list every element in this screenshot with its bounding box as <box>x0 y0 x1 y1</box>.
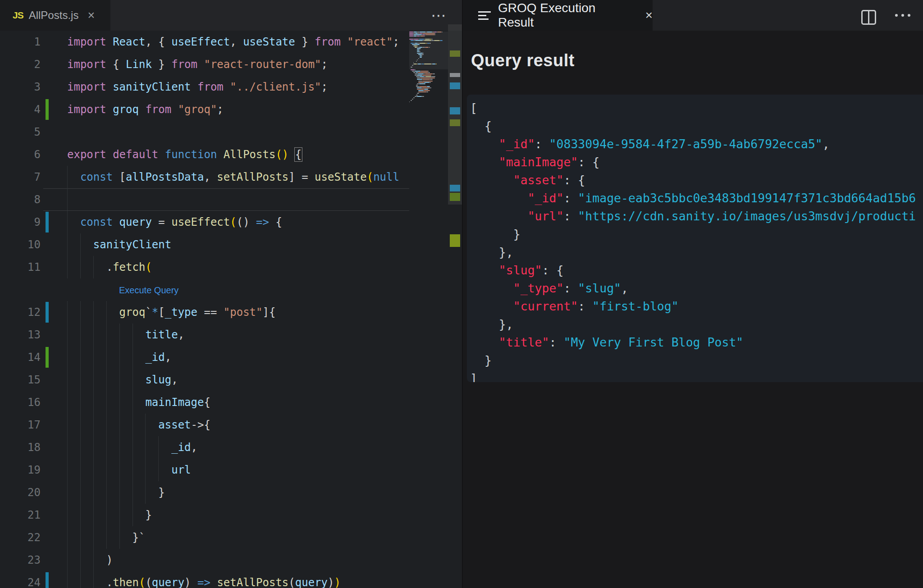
tab-allposts[interactable]: JS AllPosts.js × <box>0 0 110 31</box>
code-text: mainImage{ <box>67 391 210 414</box>
code-line[interactable]: 4import groq from "groq"; <box>0 98 462 121</box>
code-line[interactable]: 2import { Link } from "react-router-dom"… <box>0 53 462 76</box>
minimap-line <box>422 34 425 35</box>
minimap-line <box>427 32 432 32</box>
overview-ruler-mark <box>450 119 460 126</box>
minimap-line <box>430 79 433 80</box>
minimap-line <box>409 101 410 102</box>
code-line[interactable]: 1import React, { useEffect, useState } f… <box>0 31 462 53</box>
minimap-line <box>420 76 424 77</box>
minimap-line <box>420 57 421 58</box>
overview-ruler-mark <box>450 73 460 77</box>
editor-tabbar: JS AllPosts.js × ⋯ <box>0 0 462 31</box>
minimap-line <box>418 91 426 92</box>
code-line[interactable]: 5 <box>0 121 462 143</box>
minimap-line <box>413 72 416 73</box>
minimap[interactable] <box>409 31 448 588</box>
code-line[interactable]: 18 _id, <box>0 436 462 459</box>
code-line[interactable]: 21 } <box>0 504 462 526</box>
code-line[interactable]: 8 <box>0 188 462 211</box>
code-line[interactable]: 9 const query = useEffect(() => { <box>0 211 462 233</box>
json-line: "slug": { <box>470 261 923 279</box>
minimap-line <box>411 69 415 70</box>
line-number: 19 <box>0 459 41 481</box>
code-line[interactable]: 15 slug, <box>0 369 462 391</box>
code-line[interactable]: 23 ) <box>0 549 462 571</box>
code-editor[interactable]: JS AllPosts.js × ⋯ 1import React, { useE… <box>0 0 462 588</box>
code-text: ) <box>67 549 113 571</box>
minimap-line <box>433 73 434 74</box>
minimap-line <box>416 86 419 87</box>
split-editor-icon[interactable] <box>861 10 876 25</box>
line-number: 4 <box>0 98 41 121</box>
code-line[interactable]: 10 sanityClient <box>0 233 462 256</box>
minimap-line <box>418 54 421 55</box>
code-line[interactable]: 20 } <box>0 481 462 504</box>
minimap-line <box>424 82 430 83</box>
tab-close-icon[interactable]: × <box>87 9 95 22</box>
codelens-row[interactable]: Execute Query <box>0 278 462 301</box>
minimap-line <box>417 48 420 49</box>
code-text: } <box>67 504 152 526</box>
code-line[interactable]: 3import sanityClient from "../client.js"… <box>0 76 462 98</box>
code-line[interactable]: 11 .fetch( <box>0 256 462 278</box>
panel-more-actions-icon[interactable] <box>895 0 910 31</box>
minimap-line <box>415 33 418 34</box>
code-line[interactable]: 17 asset->{ <box>0 414 462 436</box>
query-result-heading: Query result <box>471 51 575 70</box>
code-line[interactable]: 12 groq`*[_type == "post"]{ <box>0 301 462 324</box>
code-line[interactable]: 24 .then((query) => setAllPosts(query)) <box>0 571 462 588</box>
minimap-line <box>420 71 428 72</box>
minimap-line <box>420 77 435 78</box>
panel-tab-title: GROQ Execution Result <box>498 1 634 30</box>
line-number: 2 <box>0 53 41 76</box>
minimap-line <box>414 32 417 32</box>
minimap-line <box>442 32 443 32</box>
json-line: "mainImage": { <box>470 153 923 171</box>
git-modified-gutter-mark <box>46 302 49 323</box>
line-number: 16 <box>0 391 41 414</box>
code-text: .fetch( <box>67 256 152 278</box>
minimap-line <box>415 43 418 44</box>
code-rows[interactable]: 1import React, { useEffect, useState } f… <box>0 31 462 588</box>
line-number: 22 <box>0 526 41 549</box>
code-line[interactable]: 6export default function AllPosts() { <box>0 143 462 166</box>
code-line[interactable]: 14 _id, <box>0 346 462 369</box>
json-line: "current": "first-blog" <box>470 297 923 315</box>
code-text: groq`*[_type == "post"]{ <box>67 301 275 324</box>
minimap-line <box>428 72 430 73</box>
code-line[interactable]: 19 url <box>0 459 462 481</box>
minimap-line <box>427 86 430 87</box>
json-line: ] <box>470 369 923 382</box>
code-line[interactable]: 13 title, <box>0 324 462 346</box>
minimap-line <box>435 33 435 34</box>
minimap-line <box>420 32 425 32</box>
minimap-line <box>419 83 426 84</box>
minimap-line <box>414 46 417 46</box>
codelens-execute-query[interactable]: Execute Query <box>119 278 178 302</box>
code-text: slug, <box>67 369 178 391</box>
json-line: }, <box>470 243 923 261</box>
editor-scrollbar[interactable] <box>448 0 462 588</box>
code-line[interactable]: 22 }` <box>0 526 462 549</box>
minimap-line <box>426 91 428 92</box>
minimap-line <box>432 64 435 64</box>
code-line[interactable]: 7 const [allPostsData, setAllPosts] = us… <box>0 166 462 188</box>
line-number: 6 <box>0 143 41 166</box>
panel-tab-close-icon[interactable]: × <box>645 9 653 22</box>
code-text: import groq from "groq"; <box>67 98 224 121</box>
minimap-line <box>411 67 412 68</box>
line-number: 18 <box>0 436 41 459</box>
minimap-line <box>417 89 424 90</box>
minimap-line <box>411 40 414 41</box>
query-result-json[interactable]: [ { "_id": "0833094e-9584-4f27-a59b-4ab6… <box>467 95 923 382</box>
code-line[interactable]: 16 mainImage{ <box>0 391 462 414</box>
minimap-line <box>418 90 424 91</box>
git-added-gutter-mark <box>46 99 49 120</box>
minimap-line <box>423 33 434 34</box>
minimap-line <box>440 40 443 41</box>
minimap-line <box>425 73 433 74</box>
minimap-line <box>423 53 423 54</box>
json-line: [ <box>470 99 923 117</box>
tab-groq-execution-result[interactable]: GROQ Execution Result × <box>463 0 653 31</box>
